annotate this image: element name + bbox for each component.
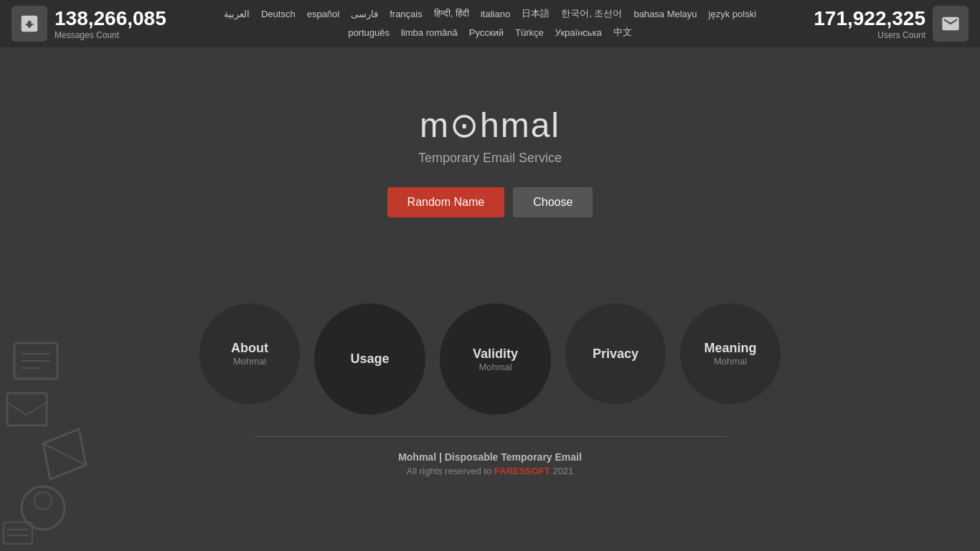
circle-item-meaning[interactable]: MeaningMohmal [680, 303, 781, 404]
choose-button[interactable]: Choose [513, 187, 593, 217]
lang-btn-italiano[interactable]: italiano [476, 6, 514, 22]
circle-sublabel-validity: Mohmal [479, 362, 512, 372]
header-left: 138,266,085 Messages Count [11, 6, 166, 42]
footer: Mohmal | Disposable Temporary Email All … [0, 451, 980, 491]
circle-sublabel-meaning: Mohmal [714, 356, 747, 367]
footer-year: 2021 [552, 466, 573, 476]
header: 138,266,085 Messages Count العربيةDeutsc… [0, 0, 980, 47]
users-label: Users Count [814, 30, 925, 40]
circle-label-meaning: Meaning [704, 341, 756, 356]
circle-item-privacy[interactable]: Privacy [565, 303, 666, 404]
svg-point-7 [22, 486, 65, 529]
lang-btn-chinese[interactable]: 中文 [609, 24, 636, 40]
lang-btn-farsi[interactable]: فارسی [347, 6, 382, 22]
brand-title: m⊙hmal [420, 105, 560, 145]
random-name-button[interactable]: Random Name [387, 187, 505, 217]
circle-label-usage: Usage [350, 352, 389, 367]
messages-label: Messages Count [55, 30, 166, 40]
lang-btn-espanol[interactable]: español [303, 6, 344, 22]
language-nav: العربيةDeutschespañolفارسیfrançaisहिन्दी… [166, 6, 814, 40]
inbox-icon [19, 13, 40, 34]
lang-btn-romanian[interactable]: limba română [397, 24, 462, 40]
lang-row-1: العربيةDeutschespañolفارسیfrançaisहिन्दी… [220, 6, 760, 22]
lang-btn-turkish[interactable]: Türkçe [511, 24, 548, 40]
lang-btn-russian[interactable]: Русский [465, 24, 508, 40]
header-right: 171,922,325 Users Count [814, 6, 969, 42]
messages-count: 138,266,085 [55, 7, 166, 30]
lang-row-2: portuguêslimba românăРусскийTürkçeУкраїн… [344, 24, 636, 40]
lang-btn-korean[interactable]: 한국어, 조선어 [557, 6, 626, 22]
lang-btn-japanese[interactable]: 日本語 [517, 6, 554, 22]
divider [253, 436, 727, 437]
action-buttons: Random Name Choose [387, 187, 593, 217]
mail-icon [940, 14, 961, 34]
users-count: 171,922,325 [814, 7, 925, 30]
circle-item-about[interactable]: AboutMohmal [199, 303, 300, 404]
footer-title: Mohmal | Disposable Temporary Email [0, 451, 980, 463]
lang-btn-deutsch[interactable]: Deutsch [257, 6, 300, 22]
circle-label-validity: Validity [473, 347, 518, 362]
users-info: 171,922,325 Users Count [814, 7, 925, 40]
main-content: m⊙hmal Temporary Email Service Random Na… [0, 47, 980, 246]
circle-label-about: About [231, 341, 268, 356]
circle-item-validity[interactable]: ValidityMohmal [440, 303, 551, 415]
lang-btn-polish[interactable]: język polski [705, 6, 760, 22]
circle-label-privacy: Privacy [593, 347, 639, 362]
lang-btn-malay[interactable]: bahasa Melayu [629, 6, 701, 22]
footer-brand: FARESSOFT [494, 466, 550, 476]
footer-copy: All rights reserved to FARESSOFT 2021 [0, 466, 980, 476]
lang-btn-portuguese[interactable]: português [344, 24, 394, 40]
lang-btn-arabic[interactable]: العربية [220, 6, 254, 22]
circle-item-usage[interactable]: Usage [314, 303, 425, 415]
circle-sublabel-about: Mohmal [233, 356, 266, 367]
footer-copy-text: All rights reserved to [407, 466, 494, 476]
mail-icon-box [933, 6, 969, 42]
lang-btn-ukrainian[interactable]: Українська [551, 24, 606, 40]
info-circles: AboutMohmalUsageValidityMohmalPrivacyMea… [0, 303, 980, 415]
brand-subtitle: Temporary Email Service [418, 151, 562, 166]
messages-info: 138,266,085 Messages Count [55, 7, 166, 40]
svg-point-8 [34, 492, 52, 509]
lang-btn-hindi[interactable]: हिन्दी, हिंदी [430, 6, 473, 22]
inbox-icon-box [11, 6, 47, 42]
lang-btn-francais[interactable]: français [385, 6, 427, 22]
svg-rect-9 [4, 522, 32, 544]
